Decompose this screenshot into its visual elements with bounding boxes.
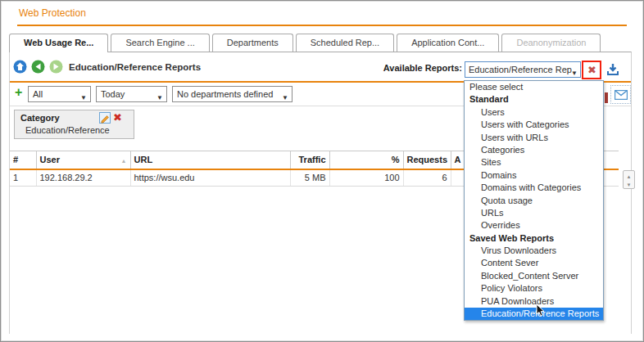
dropdown-option-overrides[interactable]: Overrides [465, 219, 603, 232]
dropdown-option-domains[interactable]: Domains [465, 169, 603, 182]
available-reports-selected-value: Education/Reference Rep [469, 65, 572, 74]
dropdown-option-please-select[interactable]: Please select [465, 81, 603, 93]
pdf-export-icon[interactable] [605, 92, 608, 103]
send-mail-button[interactable] [610, 85, 631, 104]
dropdown-option-quota-usage[interactable]: Quota usage [465, 195, 603, 207]
home-icon[interactable] [13, 60, 27, 74]
column-header--[interactable]: # [10, 151, 36, 169]
tab-search-engine[interactable]: Search Engine ... [111, 34, 209, 52]
table-cell: 192.168.29.2 [36, 169, 130, 187]
web-protection-window: Web Protection Web Usage Re...Search Eng… [0, 0, 644, 342]
add-filter-icon[interactable]: + [15, 85, 22, 100]
report-title: Education/Reference Reports [69, 62, 201, 72]
tab-web-usage-re[interactable]: Web Usage Re... [9, 34, 108, 52]
filter-select-value: No departments defined [177, 89, 273, 99]
sort-ascending-icon[interactable]: ▲ [121, 158, 127, 164]
category-filter-chip: Category ✖ Education/Reference [14, 110, 134, 139]
tab-application-cont[interactable]: Application Cont... [397, 34, 499, 52]
download-report-icon[interactable] [605, 62, 620, 77]
dropdown-option-users-with-urls[interactable]: Users with URLs [465, 132, 603, 144]
filter-select-value: Today [101, 89, 125, 99]
dropdown-option-blocked-content-server[interactable]: Blocked_Content Server [465, 270, 603, 282]
annotation-highlight-box [582, 61, 601, 79]
mail-icon [615, 90, 628, 100]
filter-select-value: All [33, 89, 43, 99]
dropdown-option-users[interactable]: Users [465, 106, 603, 119]
tab-scheduled-rep[interactable]: Scheduled Rep... [296, 34, 394, 52]
available-reports-label: Available Reports: [370, 63, 462, 73]
column-header-requests[interactable]: Requests [403, 151, 451, 169]
column-header-traffic[interactable]: Traffic [290, 151, 329, 169]
available-reports-dropdown-list: Please selectStandardUsersUsers with Cat… [464, 80, 604, 321]
table-scroll-spinner[interactable]: ▲ ▼ [623, 170, 635, 189]
dropdown-option-domains-with-categories[interactable]: Domains with Categories [465, 182, 603, 194]
dropdown-option-categories[interactable]: Categories [465, 144, 603, 156]
dropdown-option-education-reference-reports[interactable]: Education/Reference Reports [465, 308, 603, 320]
available-reports-select[interactable]: Education/Reference Rep ▼ [465, 61, 581, 78]
table-cell: 6 [403, 169, 451, 187]
table-cell: 100 [329, 169, 403, 187]
dropdown-option-sites[interactable]: Sites [465, 156, 603, 169]
table-cell: 5 MB [290, 169, 329, 187]
title-divider [17, 25, 627, 26]
tab-departments[interactable]: Departments [212, 34, 293, 52]
chevron-down-icon: ▼ [282, 91, 288, 102]
dropdown-option-users-with-categories[interactable]: Users with Categories [465, 119, 603, 131]
dropdown-option-virus-downloaders[interactable]: Virus Downloaders [465, 245, 603, 257]
dropdown-option-pua-downloaders[interactable]: PUA Downloaders [465, 295, 603, 308]
chevron-down-icon: ▼ [80, 91, 87, 102]
filter-select-no-departments-defined[interactable]: No departments defined▼ [172, 86, 293, 102]
report-toolbar: Education/Reference Reports Available Re… [10, 52, 631, 81]
category-chip-title: Category [20, 113, 60, 123]
column-header--[interactable]: % [329, 151, 403, 169]
dropdown-option-urls[interactable]: URLs [465, 207, 603, 219]
dropdown-option-saved-web-reports[interactable]: Saved Web Reports [465, 232, 603, 245]
table-cell: 1 [10, 169, 36, 187]
tab-bar: Web Usage Re...Search Engine ...Departme… [9, 34, 603, 52]
column-header-user[interactable]: User▲ [36, 151, 130, 169]
page-title: Web Protection [19, 7, 86, 19]
column-header-url[interactable]: URL [130, 151, 290, 169]
tab-deanonymization: Deanonymization [501, 34, 601, 52]
dropdown-option-policy-violators[interactable]: Policy Violators [465, 282, 603, 295]
chevron-down-icon: ▼ [571, 66, 578, 78]
back-icon[interactable] [31, 60, 45, 74]
category-chip-value: Education/Reference [25, 125, 110, 135]
mouse-cursor [536, 304, 547, 319]
spinner-down-icon[interactable]: ▼ [624, 181, 634, 189]
dropdown-option-content-sever[interactable]: Content Sever [465, 257, 603, 269]
filter-select-today[interactable]: Today▼ [96, 86, 167, 102]
edit-category-icon[interactable] [99, 112, 111, 124]
chevron-down-icon: ▼ [156, 91, 163, 102]
dropdown-option-standard[interactable]: Standard [465, 93, 603, 106]
filter-select-all[interactable]: All▼ [28, 86, 91, 102]
remove-category-icon[interactable]: ✖ [113, 111, 122, 124]
spinner-up-icon[interactable]: ▲ [624, 173, 634, 181]
forward-icon[interactable] [49, 60, 63, 74]
table-cell: https://wsu.edu [130, 169, 290, 187]
